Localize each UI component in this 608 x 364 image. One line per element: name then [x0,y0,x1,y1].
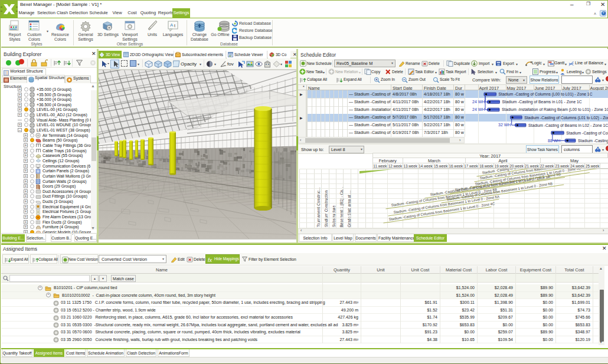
svg-text:24 WH: 24 WH [472,100,485,104]
svg-text:Stadium -Casting of Beams in L: Stadium -Casting of Beams in L01 - Zone … [502,100,582,104]
svg-text:Stadium -Installation of Rakin: Stadium -Installation of Raking Beam (L0… [502,107,608,112]
svg-text:88 WH: 88 WH [548,139,560,143]
svg-text:24 WH: 24 WH [472,107,485,112]
svg-text:Stadium -Casting of Columns (L: Stadium -Casting of Columns (L01 to L02)… [524,116,608,120]
svg-text:Stadium -Casting of Colu: Stadium -Casting of Colu [566,131,608,136]
svg-text:fx: fx [208,257,213,263]
svg-text:t: t [174,24,175,28]
svg-text:32 WH: 32 WH [498,123,511,127]
svg-text:Stadium -Casting: Stadium -Casting [578,139,608,143]
svg-text:Stadium -Casting of Columns (L: Stadium -Casting of Columns (L00 to L01)… [499,92,593,97]
svg-text:A: A [170,22,174,28]
svg-text:Stadium -Casting of Beams in L: Stadium -Casting of Beams in L02 - Zone … [528,123,608,128]
